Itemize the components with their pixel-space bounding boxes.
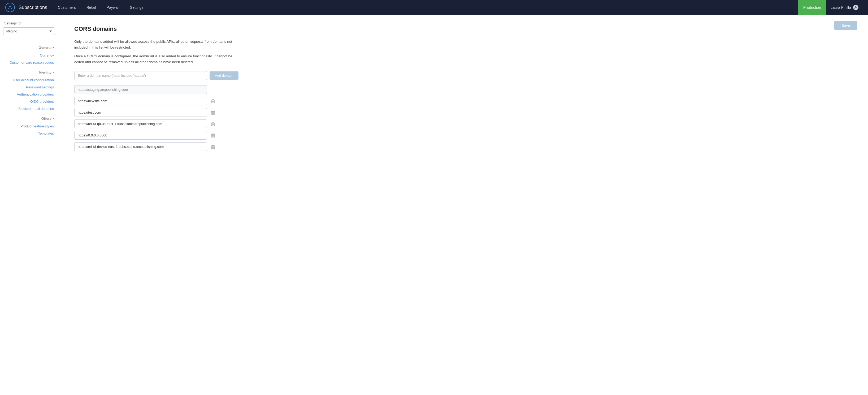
nav-customers[interactable]: Customers bbox=[58, 5, 76, 9]
domain-row bbox=[74, 108, 852, 117]
delete-domain-button-2[interactable] bbox=[210, 109, 216, 116]
svg-rect-4 bbox=[211, 134, 215, 137]
app-title: Subscriptions bbox=[19, 5, 47, 10]
topnav-right: Production Laura Pinilla bbox=[798, 0, 863, 15]
settings-for-label: Settings for bbox=[0, 21, 58, 27]
domain-field-2[interactable] bbox=[74, 108, 207, 117]
sidebar-item-customer-care[interactable]: Customer care reason codes bbox=[0, 59, 58, 66]
save-button[interactable]: Save bbox=[834, 21, 858, 30]
nav-paywall[interactable]: Paywall bbox=[106, 5, 119, 9]
user-menu[interactable]: Laura Pinilla bbox=[826, 5, 863, 10]
sidebar-item-user-account[interactable]: User account configuration bbox=[0, 77, 58, 84]
general-chevron-icon: ▾ bbox=[53, 46, 54, 49]
sidebar-item-password-settings[interactable]: Password settings bbox=[0, 84, 58, 91]
svg-rect-3 bbox=[211, 123, 215, 126]
domain-field-3[interactable] bbox=[74, 119, 207, 128]
svg-rect-1 bbox=[211, 100, 215, 103]
add-domain-row: Add domain bbox=[74, 71, 852, 80]
nav-settings[interactable]: Settings bbox=[130, 5, 144, 9]
domain-field-5[interactable] bbox=[74, 142, 207, 151]
identity-header-label: Identity bbox=[39, 70, 52, 74]
svg-rect-5 bbox=[211, 146, 215, 149]
main-wrapper: Save CORS domains Only the domains added… bbox=[58, 15, 868, 395]
svg-rect-2 bbox=[211, 112, 215, 114]
domain-list bbox=[74, 85, 852, 151]
sidebar-item-templates[interactable]: Templates bbox=[0, 130, 58, 137]
description-2: Once a CORS domain is configured, the ad… bbox=[74, 53, 234, 65]
delete-domain-button-5[interactable] bbox=[210, 143, 216, 150]
description-1: Only the domains added will be allowed a… bbox=[74, 39, 234, 50]
top-navigation: Subscriptions Customers Retail Paywall S… bbox=[0, 0, 868, 15]
main-layout: Settings for staging production General … bbox=[0, 15, 868, 395]
offers-section-header[interactable]: Offers ▾ bbox=[0, 112, 58, 123]
offers-chevron-icon: ▾ bbox=[53, 117, 54, 120]
environment-select[interactable]: staging production bbox=[3, 27, 55, 35]
domain-field-4[interactable] bbox=[74, 131, 207, 140]
page-title: CORS domains bbox=[74, 26, 852, 32]
general-header-label: General bbox=[39, 46, 52, 50]
nav-retail[interactable]: Retail bbox=[87, 5, 96, 9]
add-domain-button[interactable]: Add domain bbox=[210, 72, 239, 80]
sidebar-item-product-feature[interactable]: Product feature styles bbox=[0, 123, 58, 130]
user-icon bbox=[853, 5, 859, 10]
domain-row bbox=[74, 142, 852, 151]
nav-links: Customers Retail Paywall Settings bbox=[58, 5, 798, 9]
delete-domain-button-3[interactable] bbox=[210, 120, 216, 128]
domain-row bbox=[74, 119, 852, 128]
user-name: Laura Pinilla bbox=[831, 5, 851, 9]
logo[interactable] bbox=[5, 3, 15, 12]
delete-domain-button-4[interactable] bbox=[210, 132, 216, 139]
sidebar-item-currency[interactable]: Currency bbox=[0, 52, 58, 59]
sidebar: Settings for staging production General … bbox=[0, 15, 58, 395]
offers-header-label: Offers bbox=[41, 116, 52, 120]
domain-field-1[interactable] bbox=[74, 96, 207, 105]
domain-row bbox=[74, 85, 852, 94]
identity-chevron-icon: ▾ bbox=[53, 71, 54, 74]
domain-row bbox=[74, 96, 852, 105]
delete-domain-button-1[interactable] bbox=[210, 98, 216, 105]
identity-section-header[interactable]: Identity ▾ bbox=[0, 66, 58, 77]
general-section-header[interactable]: General ▾ bbox=[0, 41, 58, 52]
domain-name-input[interactable] bbox=[74, 71, 207, 80]
environment-button[interactable]: Production bbox=[798, 0, 826, 15]
sidebar-item-auth-providers[interactable]: Authentication providers bbox=[0, 91, 58, 98]
domain-field-0 bbox=[74, 85, 207, 94]
sidebar-item-oidc-providers[interactable]: OIDC providers bbox=[0, 98, 58, 105]
main-content: CORS domains Only the domains added will… bbox=[58, 15, 868, 164]
domain-row bbox=[74, 131, 852, 140]
sidebar-item-blocked-email[interactable]: Blocked email domains bbox=[0, 105, 58, 112]
